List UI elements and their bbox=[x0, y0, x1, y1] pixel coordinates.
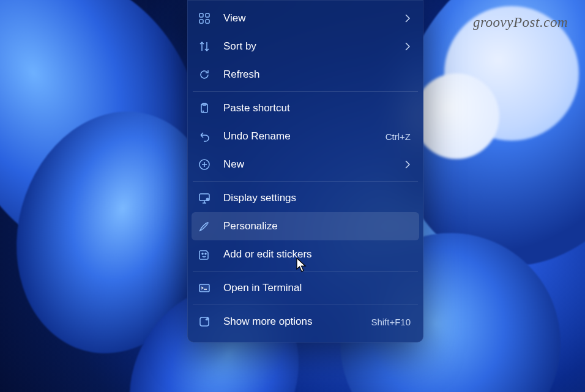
menu-item-personalize[interactable]: Personalize bbox=[192, 212, 419, 240]
display-settings-icon bbox=[198, 191, 211, 205]
svg-rect-2 bbox=[199, 20, 203, 23]
paste-shortcut-icon bbox=[198, 102, 211, 115]
svg-point-9 bbox=[202, 253, 203, 254]
terminal-icon bbox=[198, 281, 211, 295]
svg-rect-3 bbox=[206, 20, 209, 23]
menu-label: View bbox=[223, 12, 398, 24]
menu-item-paste-shortcut[interactable]: Paste shortcut bbox=[192, 94, 419, 122]
svg-rect-0 bbox=[199, 13, 203, 17]
menu-item-terminal[interactable]: Open in Terminal bbox=[192, 274, 419, 302]
svg-point-8 bbox=[206, 198, 209, 201]
menu-separator bbox=[193, 271, 418, 272]
menu-label: Paste shortcut bbox=[223, 102, 411, 114]
more-options-icon bbox=[198, 315, 211, 328]
new-icon bbox=[198, 158, 211, 171]
menu-separator bbox=[193, 305, 418, 305]
menu-item-refresh[interactable]: Refresh bbox=[192, 61, 419, 89]
menu-label: Open in Terminal bbox=[223, 282, 411, 294]
menu-item-undo-rename[interactable]: Undo Rename Ctrl+Z bbox=[192, 122, 419, 150]
menu-item-stickers[interactable]: Add or edit stickers bbox=[192, 240, 419, 268]
svg-point-10 bbox=[205, 253, 206, 254]
stickers-icon bbox=[198, 248, 211, 261]
menu-label: Personalize bbox=[223, 220, 411, 232]
menu-label: New bbox=[223, 158, 398, 171]
menu-label: Display settings bbox=[223, 192, 411, 204]
menu-item-view[interactable]: View bbox=[192, 4, 419, 32]
menu-item-show-more-options[interactable]: Show more options Shift+F10 bbox=[192, 308, 419, 336]
chevron-right-icon bbox=[404, 42, 411, 51]
menu-label: Add or edit stickers bbox=[223, 248, 411, 261]
sort-icon bbox=[198, 40, 211, 53]
chevron-right-icon bbox=[404, 160, 411, 169]
svg-rect-11 bbox=[199, 284, 209, 292]
svg-rect-13 bbox=[200, 317, 209, 326]
menu-item-new[interactable]: New bbox=[192, 150, 419, 179]
personalize-icon bbox=[198, 220, 211, 233]
undo-icon bbox=[198, 130, 211, 143]
menu-separator bbox=[193, 181, 418, 182]
view-icon bbox=[198, 12, 211, 25]
menu-label: Sort by bbox=[223, 40, 398, 53]
menu-shortcut: Shift+F10 bbox=[371, 317, 411, 327]
menu-label: Show more options bbox=[223, 316, 371, 328]
menu-separator bbox=[193, 91, 418, 92]
menu-item-sort-by[interactable]: Sort by bbox=[192, 32, 419, 61]
menu-shortcut: Ctrl+Z bbox=[386, 131, 411, 142]
desktop-context-menu: View Sort by Refresh bbox=[187, 0, 423, 342]
refresh-icon bbox=[198, 68, 211, 81]
menu-item-display-settings[interactable]: Display settings bbox=[192, 184, 419, 212]
menu-label: Refresh bbox=[223, 68, 411, 81]
chevron-right-icon bbox=[404, 14, 411, 23]
svg-rect-1 bbox=[206, 13, 209, 17]
watermark-text: groovyPost.com bbox=[473, 15, 568, 31]
menu-label: Undo Rename bbox=[223, 130, 386, 142]
